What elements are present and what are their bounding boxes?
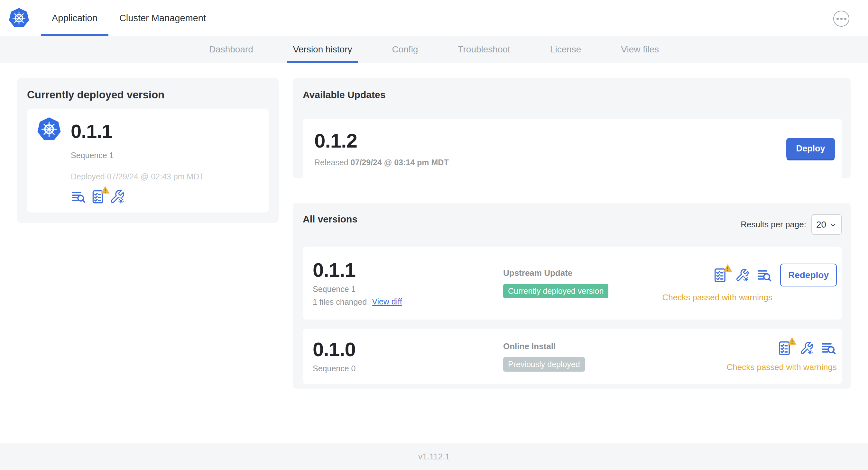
version-row-0-1-0: 0.1.0 Sequence 0 Online Install Previous… (303, 329, 842, 384)
warning-icon (100, 185, 110, 195)
checks-status-text[interactable]: Checks passed with warnings (662, 292, 773, 303)
update-released-date: Released 07/29/24 @ 03:14 pm MDT (314, 158, 449, 167)
update-version-number: 0.1.2 (314, 131, 449, 151)
results-per-page-value: 20 (816, 220, 826, 230)
chevron-down-icon (829, 221, 837, 229)
subnav-label: View files (621, 44, 659, 55)
main-content: Currently deployed version 0.1.1 Sequenc… (0, 63, 868, 443)
version-source-label: Online Install (503, 341, 727, 351)
subnav-label: Version history (293, 44, 352, 55)
more-options-icon[interactable] (833, 11, 849, 27)
preflight-checks-icon[interactable] (90, 189, 105, 204)
status-badge-currently-deployed: Currently deployed version (503, 284, 608, 298)
row-version-number: 0.1.1 (313, 260, 503, 280)
view-diff-link[interactable]: View diff (372, 297, 402, 306)
row-sequence: Sequence 0 (313, 364, 503, 373)
app-kubernetes-icon (37, 116, 61, 141)
subnav-label: Troubleshoot (458, 44, 510, 55)
row-sequence: Sequence 1 (313, 284, 503, 294)
app-footer: v1.112.1 (0, 443, 868, 470)
preflight-checks-icon[interactable] (776, 340, 793, 356)
available-updates-card: Available Updates 0.1.2 Released 07/29/2… (293, 78, 850, 178)
currently-deployed-version-card: 0.1.1 Sequence 1 Deployed 07/29/24 @ 02:… (27, 109, 269, 212)
warning-icon (787, 336, 797, 346)
tab-application[interactable]: Application (41, 0, 108, 36)
kubernetes-logo (8, 7, 30, 28)
deploy-button[interactable]: Deploy (786, 138, 835, 160)
released-prefix: Released (314, 158, 348, 167)
subnav-tab-license[interactable]: License (530, 36, 601, 63)
available-updates-title: Available Updates (303, 89, 842, 101)
current-version-deployed-date: Deployed 07/29/24 @ 02:43 pm MDT (71, 172, 204, 181)
tab-application-label: Application (52, 13, 97, 24)
redeploy-button[interactable]: Redeploy (780, 264, 837, 287)
update-row: 0.1.2 Released 07/29/24 @ 03:14 pm MDT D… (303, 119, 842, 179)
subnav-tab-dashboard[interactable]: Dashboard (189, 36, 273, 63)
subnav-tab-view-files[interactable]: View files (601, 36, 679, 63)
console-version: v1.112.1 (418, 452, 450, 462)
current-version-sequence: Sequence 1 (71, 150, 204, 160)
currently-deployed-card: Currently deployed version 0.1.1 Sequenc… (17, 78, 279, 223)
subnav-tab-version-history[interactable]: Version history (273, 36, 372, 63)
subnav-tab-troubleshoot[interactable]: Troubleshoot (438, 36, 530, 63)
row-version-number: 0.1.0 (313, 339, 503, 360)
all-versions-title: All versions (303, 213, 358, 225)
deploy-logs-icon[interactable] (756, 267, 772, 283)
status-badge-previously-deployed: Previously deployed (503, 357, 585, 372)
results-per-page-label: Results per page: (741, 220, 806, 230)
checks-status-text[interactable]: Checks passed with warnings (727, 362, 837, 372)
files-changed-label: 1 files changed (313, 297, 367, 307)
app-subnav: Dashboard Version history Config Trouble… (0, 36, 868, 63)
deploy-logs-icon[interactable] (821, 340, 837, 356)
released-date: 07/29/24 @ 03:14 pm MDT (351, 158, 449, 167)
edit-config-icon[interactable] (735, 268, 749, 282)
results-per-page-select[interactable]: 20 (811, 214, 842, 235)
app-header: Application Cluster Management (0, 0, 868, 36)
tab-cluster-management[interactable]: Cluster Management (108, 0, 217, 36)
tab-cluster-management-label: Cluster Management (119, 13, 206, 24)
subnav-label: Dashboard (209, 44, 253, 55)
current-version-number: 0.1.1 (71, 122, 204, 141)
version-source-label: Upstream Update (503, 268, 662, 278)
subnav-tab-config[interactable]: Config (372, 36, 438, 63)
header-tabs: Application Cluster Management (41, 0, 217, 36)
warning-icon (723, 263, 733, 273)
version-row-0-1-1: 0.1.1 Sequence 1 1 files changed View di… (303, 246, 842, 320)
deploy-logs-icon[interactable] (71, 189, 86, 204)
subnav-label: Config (392, 44, 418, 55)
currently-deployed-title: Currently deployed version (27, 89, 269, 101)
edit-config-icon[interactable] (800, 341, 814, 355)
all-versions-card: All versions Results per page: 20 0.1.1 … (293, 203, 850, 389)
preflight-checks-icon[interactable] (712, 267, 728, 283)
edit-config-icon[interactable] (110, 189, 125, 204)
subnav-label: License (550, 44, 581, 55)
